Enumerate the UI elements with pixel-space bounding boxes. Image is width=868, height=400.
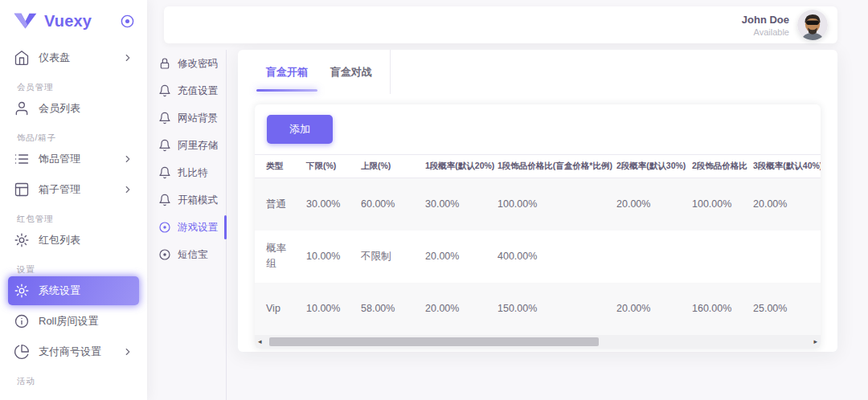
menu-item-label: 游戏设置 bbox=[178, 221, 218, 235]
sidebar-item-label: 支付商号设置 bbox=[39, 345, 122, 359]
menu-item-sms-treasure[interactable]: 短信宝 bbox=[158, 241, 226, 268]
bell-icon bbox=[158, 166, 171, 179]
home-icon bbox=[14, 50, 30, 66]
scrollbar-thumb[interactable] bbox=[269, 337, 599, 346]
tab-blindbox-battle[interactable]: 盲盒对战 bbox=[319, 50, 383, 94]
col-header-upper-limit: 上限(%) bbox=[350, 155, 414, 178]
col-header-stage2-price-ratio: 2段饰品价格比 bbox=[681, 155, 742, 178]
menu-item-game-settings[interactable]: 游戏设置 bbox=[158, 214, 226, 241]
cell-value: 160.00% bbox=[681, 283, 742, 335]
sidebar-item-label: 箱子管理 bbox=[39, 182, 122, 197]
sidebar-section-redpacket: 红包管理 bbox=[17, 214, 147, 224]
tab-label: 盲盒开箱 bbox=[266, 65, 308, 80]
sidebar-item-dashboard[interactable]: 仪表盘 bbox=[8, 43, 139, 72]
list-icon bbox=[14, 151, 30, 167]
tab-blindbox-open[interactable]: 盲盒开箱 bbox=[255, 50, 319, 94]
settings-submenu: 修改密码 充值设置 网站背景 阿里存储 扎比特 开箱模式 游戏设置 短信宝 bbox=[147, 50, 227, 400]
col-header-stage3-prob: 3段概率(默认40%) bbox=[742, 155, 821, 178]
cell-value: 30.00% bbox=[295, 178, 350, 231]
sidebar-item-redpacket-list[interactable]: 红包列表 bbox=[8, 226, 139, 255]
cell-value: 60.00% bbox=[350, 178, 414, 231]
cell-value: 150.00% bbox=[486, 283, 605, 335]
user-status: Available bbox=[742, 27, 789, 37]
cell-value: 100.00% bbox=[486, 178, 605, 231]
sidebar-item-label: Roll房间设置 bbox=[39, 314, 133, 329]
chevron-right-icon bbox=[122, 153, 133, 165]
gear-icon bbox=[14, 283, 30, 299]
cell-value bbox=[681, 231, 742, 283]
tab-label: 盲盒对战 bbox=[330, 65, 372, 80]
cell-value: 25.00% bbox=[742, 283, 821, 335]
tab-group: 盲盒开箱 盲盒对战 bbox=[255, 50, 391, 94]
col-header-lower-limit: 下限(%) bbox=[295, 155, 350, 178]
avatar[interactable] bbox=[797, 10, 828, 40]
cell-value: 20.00% bbox=[605, 283, 681, 335]
sidebar-item-label: 仪表盘 bbox=[39, 51, 122, 65]
cell-type: Vip bbox=[255, 283, 295, 335]
menu-item-label: 充值设置 bbox=[178, 84, 218, 98]
bell-icon bbox=[158, 84, 171, 97]
user-icon bbox=[14, 100, 30, 116]
scroll-right-arrow-icon[interactable]: ▸ bbox=[813, 338, 817, 345]
user-info: John Doe Available bbox=[742, 14, 789, 37]
menu-item-site-background[interactable]: 网站背景 bbox=[158, 104, 226, 132]
brand-header: Vuexy bbox=[0, 0, 147, 42]
cell-value: 400.00% bbox=[486, 231, 605, 283]
sidebar-item-box-management[interactable]: 箱子管理 bbox=[8, 175, 139, 204]
horizontal-scrollbar[interactable]: ◂ ▸ bbox=[255, 335, 821, 349]
cell-value: 不限制 bbox=[350, 231, 414, 283]
table-row: 普通 30.00% 60.00% 30.00% 100.00% 20.00% 1… bbox=[255, 178, 821, 231]
sidebar-section-activity: 活动 bbox=[17, 376, 147, 386]
disc-icon bbox=[158, 221, 171, 234]
chevron-right-icon bbox=[122, 184, 133, 195]
chevron-right-icon bbox=[122, 346, 133, 357]
cell-value bbox=[605, 231, 681, 283]
menu-item-change-password[interactable]: 修改密码 bbox=[158, 50, 226, 77]
menu-item-unbox-mode[interactable]: 开箱模式 bbox=[158, 186, 226, 214]
brand-name: Vuexy bbox=[44, 12, 120, 31]
cell-value: 10.00% bbox=[295, 283, 350, 335]
table-panel: 添加 类型 下限(%) 上限(%) 1段概率(默认20%) 1段饰品价格比(盲盒… bbox=[255, 104, 821, 349]
gear-icon bbox=[14, 232, 30, 248]
chevron-right-icon bbox=[122, 52, 133, 63]
sidebar-item-item-management[interactable]: 饰品管理 bbox=[8, 145, 139, 173]
table-header-row: 类型 下限(%) 上限(%) 1段概率(默认20%) 1段饰品价格比(盲盒价格*… bbox=[255, 155, 821, 178]
probability-table: 类型 下限(%) 上限(%) 1段概率(默认20%) 1段饰品价格比(盲盒价格*… bbox=[255, 154, 821, 335]
cell-value: 20.00% bbox=[605, 178, 681, 231]
toolbar: 添加 bbox=[255, 104, 821, 154]
menu-item-label: 开箱模式 bbox=[178, 194, 218, 207]
menu-item-ali-storage[interactable]: 阿里存储 bbox=[158, 132, 226, 159]
cell-value: 100.00% bbox=[681, 178, 742, 231]
scroll-left-arrow-icon[interactable]: ◂ bbox=[258, 338, 262, 345]
content-area: 修改密码 充值设置 网站背景 阿里存储 扎比特 开箱模式 游戏设置 短信宝 bbox=[147, 50, 868, 400]
menu-item-zabit[interactable]: 扎比特 bbox=[158, 159, 226, 186]
menu-item-label: 阿里存储 bbox=[178, 139, 218, 153]
sidebar-section-members: 会员管理 bbox=[17, 82, 147, 92]
sidebar-section-settings: 设置 bbox=[17, 264, 147, 275]
table-row: 概率组 10.00% 不限制 20.00% 400.00% bbox=[255, 231, 821, 283]
sidebar-item-payment-merchant-settings[interactable]: 支付商号设置 bbox=[8, 337, 139, 366]
disc-icon bbox=[158, 248, 171, 261]
cell-type: 普通 bbox=[255, 178, 295, 231]
cell-value: 20.00% bbox=[742, 178, 821, 231]
sidebar-pin-toggle-icon[interactable] bbox=[120, 14, 135, 29]
bell-icon bbox=[158, 112, 171, 124]
main-sidebar: Vuexy 仪表盘 会员管理 会员列表 饰品/箱子 饰品管理 箱子管理 bbox=[0, 0, 147, 400]
vuexy-logo-icon bbox=[14, 13, 37, 29]
add-button[interactable]: 添加 bbox=[267, 115, 333, 144]
top-navbar: John Doe Available bbox=[164, 6, 837, 43]
sidebar-item-member-list[interactable]: 会员列表 bbox=[8, 94, 139, 123]
sidebar-item-roll-room-settings[interactable]: Roll房间设置 bbox=[8, 307, 139, 336]
bell-icon bbox=[158, 139, 171, 152]
menu-item-recharge-settings[interactable]: 充值设置 bbox=[158, 77, 226, 104]
sidebar-item-label: 系统设置 bbox=[39, 284, 133, 298]
main-panel: 盲盒开箱 盲盒对战 添加 类型 下限(%) 上限(%) 1段概率(默认2 bbox=[238, 50, 837, 352]
cell-value: 30.00% bbox=[414, 178, 486, 231]
col-header-stage1-prob: 1段概率(默认20%) bbox=[414, 155, 486, 178]
cell-value: 10.00% bbox=[295, 231, 350, 283]
sidebar-section-items-boxes: 饰品/箱子 bbox=[17, 133, 147, 143]
menu-item-label: 修改密码 bbox=[178, 57, 218, 71]
bell-icon bbox=[158, 194, 171, 206]
sidebar-item-system-settings[interactable]: 系统设置 bbox=[8, 276, 139, 305]
lock-icon bbox=[158, 57, 171, 70]
